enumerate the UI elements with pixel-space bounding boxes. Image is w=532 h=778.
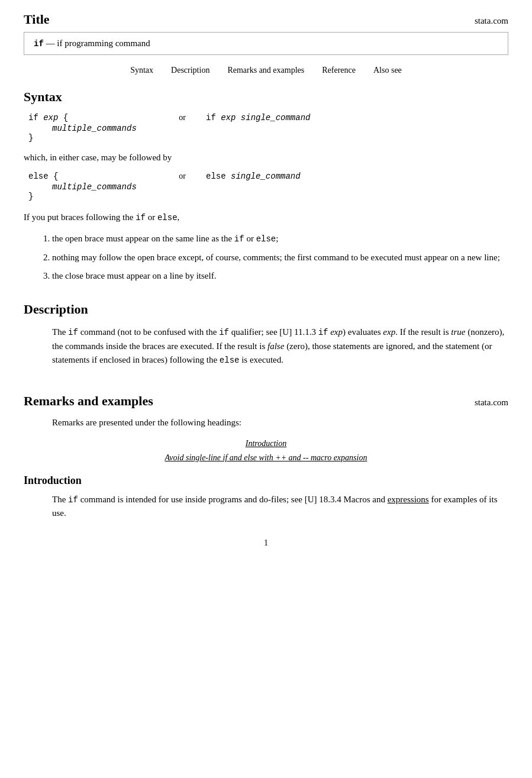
syntax-if-block: if exp { or if exp single_command multip… xyxy=(24,113,508,143)
brace-rules: If you put braces following the if or el… xyxy=(24,211,508,283)
brace-rule-3: the close brace must appear on a line by… xyxy=(52,269,508,283)
remarks-intro: Remarks are presented under the followin… xyxy=(52,416,508,430)
syntax-if-right: if exp single_command xyxy=(206,113,310,122)
tab-reference[interactable]: Reference xyxy=(322,66,356,75)
syntax-or-1: or xyxy=(159,113,206,122)
syntax-row-2: else { or else single_command xyxy=(28,172,508,181)
nav-tabs: Syntax Description Remarks and examples … xyxy=(24,66,508,75)
brace-if-code: if xyxy=(136,213,146,222)
page-number: 1 xyxy=(24,538,508,548)
introduction-text: The if command is intended for use insid… xyxy=(52,493,508,521)
syntax-if-left: if exp { xyxy=(28,113,159,122)
syntax-multiple-commands-2: multiple_commands xyxy=(28,182,508,192)
header-brand: stata.com xyxy=(475,16,508,26)
syntax-else-block: else { or else single_command multiple_c… xyxy=(24,172,508,201)
title-box: if — if programming command xyxy=(24,32,508,55)
syntax-multiple-commands-1: multiple_commands xyxy=(28,124,508,133)
syntax-else-right: else single_command xyxy=(206,172,301,181)
brace-else-code: else xyxy=(157,213,178,222)
syntax-section: Syntax if exp { or if exp single_command… xyxy=(24,89,508,201)
brace-rule-1: the open brace must appear on the same l… xyxy=(52,232,508,246)
tab-also-see[interactable]: Also see xyxy=(373,66,402,75)
remarks-link-2[interactable]: Avoid single-line if and else with ++ an… xyxy=(165,451,367,465)
tab-description[interactable]: Description xyxy=(171,66,209,75)
title-box-separator: — if programming command xyxy=(44,38,150,48)
introduction-section: Introduction The if command is intended … xyxy=(24,474,508,521)
tab-remarks[interactable]: Remarks and examples xyxy=(227,66,304,75)
syntax-close-brace-1: } xyxy=(28,133,508,143)
description-heading: Description xyxy=(24,302,508,317)
description-text: The if command (not to be confused with … xyxy=(52,325,508,367)
brace-rules-list: the open brace must appear on the same l… xyxy=(52,232,508,283)
remarks-brand: stata.com xyxy=(475,398,508,408)
syntax-prose: which, in either case, may be followed b… xyxy=(24,151,508,164)
remarks-section: Remarks and examples stata.com Remarks a… xyxy=(24,389,508,465)
page-header: Title stata.com xyxy=(24,12,508,32)
remarks-header-row: Remarks and examples stata.com xyxy=(24,389,508,409)
description-section: Description The if command (not to be co… xyxy=(24,302,508,367)
introduction-heading: Introduction xyxy=(24,474,508,487)
remarks-heading: Remarks and examples xyxy=(24,393,153,409)
remarks-links: Introduction Avoid single-line if and el… xyxy=(24,437,508,465)
syntax-heading: Syntax xyxy=(24,89,508,105)
syntax-close-brace-2: } xyxy=(28,192,508,201)
remarks-link-1[interactable]: Introduction xyxy=(246,437,286,451)
tab-syntax[interactable]: Syntax xyxy=(130,66,153,75)
syntax-row-1: if exp { or if exp single_command xyxy=(28,113,508,122)
title-box-command: if xyxy=(34,39,44,49)
syntax-or-2: or xyxy=(159,172,206,181)
brace-intro: If you put braces following the if or el… xyxy=(24,211,508,225)
brace-rule-2: nothing may follow the open brace except… xyxy=(52,251,508,264)
syntax-else-left: else { xyxy=(28,172,159,181)
page-title: Title xyxy=(24,12,50,27)
